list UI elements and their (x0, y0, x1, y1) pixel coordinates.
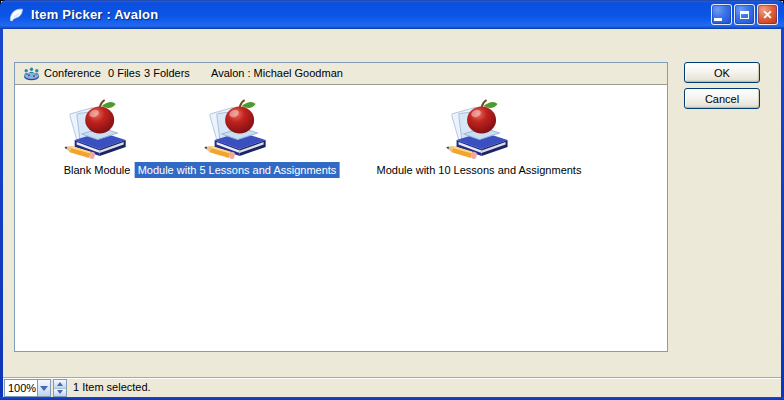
header-files-count: 0 Files (108, 67, 140, 79)
module-icon (447, 97, 511, 161)
close-button[interactable]: ✕ (757, 4, 778, 25)
selection-status: 1 Item selected. (73, 381, 151, 393)
zoom-increase-button[interactable] (54, 380, 66, 389)
header-conference-label: Conference (44, 67, 101, 79)
item-list: Blank Module Module with 5 Lessons and A… (15, 85, 667, 351)
close-icon: ✕ (762, 9, 772, 21)
item-label[interactable]: Blank Module (61, 162, 134, 178)
chevron-up-icon (57, 382, 63, 386)
zoom-decrease-button[interactable] (54, 389, 66, 397)
zoom-value: 100% (5, 380, 37, 396)
title-bar[interactable]: Item Picker : Avalon ✕ (0, 0, 784, 29)
app-icon (8, 6, 25, 23)
window-title: Item Picker : Avalon (31, 7, 158, 22)
zoom-control: 100% (4, 379, 67, 397)
window-border-left (0, 28, 3, 400)
item-label[interactable]: Module with 5 Lessons and Assignments (135, 162, 340, 178)
maximize-button[interactable] (734, 4, 755, 25)
module-icon (65, 97, 129, 161)
list-item[interactable]: Module with 5 Lessons and Assignments (135, 97, 340, 178)
module-icon (205, 97, 269, 161)
chevron-down-icon (40, 386, 48, 391)
item-picker-window: Item Picker : Avalon ✕ Conference 0 File… (0, 0, 784, 400)
cancel-button[interactable]: Cancel (684, 88, 760, 109)
zoom-dropdown-button[interactable] (37, 380, 50, 396)
status-bar: 100% 1 Item selected. (3, 377, 781, 397)
conference-icon (22, 66, 41, 82)
chevron-down-icon (57, 390, 63, 394)
panel-header: Conference 0 Files 3 Folders Avalon : Mi… (15, 63, 667, 85)
header-folders-count: 3 Folders (144, 67, 190, 79)
zoom-stepper (53, 379, 67, 397)
ok-button[interactable]: OK (684, 62, 760, 83)
list-item[interactable]: Blank Module (61, 97, 134, 178)
maximize-icon (740, 11, 749, 19)
header-context-label: Avalon : Michael Goodman (211, 67, 343, 79)
zoom-select[interactable]: 100% (4, 379, 51, 397)
list-item[interactable]: Module with 10 Lessons and Assignments (374, 97, 585, 178)
minimize-button[interactable] (711, 4, 732, 25)
item-label[interactable]: Module with 10 Lessons and Assignments (374, 162, 585, 178)
minimize-icon (714, 18, 722, 21)
item-picker-panel: Conference 0 Files 3 Folders Avalon : Mi… (14, 62, 668, 352)
